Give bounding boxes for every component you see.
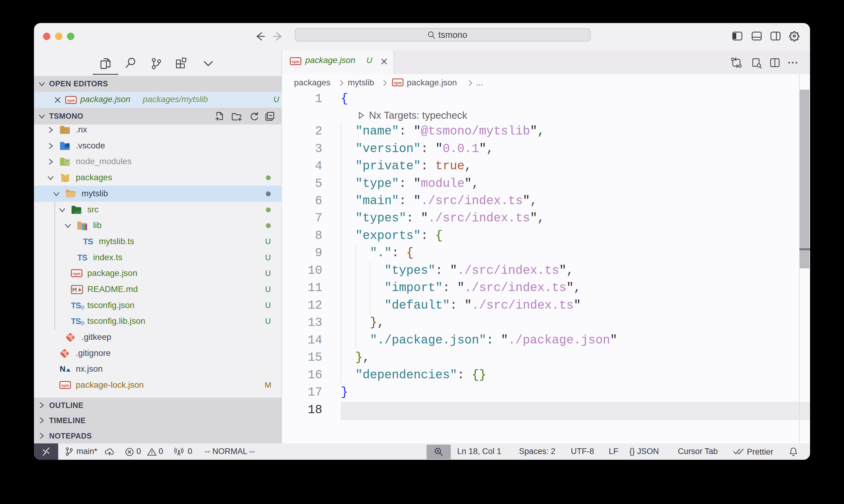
svg-text:npm: npm xyxy=(394,81,402,85)
svg-text:TS: TS xyxy=(83,237,93,246)
svg-text:npm: npm xyxy=(67,98,75,103)
svg-text:JS: JS xyxy=(66,161,69,164)
svg-text:npm: npm xyxy=(61,383,69,388)
svg-text:npm: npm xyxy=(292,60,299,64)
svg-text:TS: TS xyxy=(71,301,81,310)
svg-text:</>: </> xyxy=(75,210,82,215)
svg-text:npm: npm xyxy=(73,272,81,276)
svg-text:N: N xyxy=(60,364,66,374)
svg-text:TS: TS xyxy=(71,317,81,326)
svg-text:TS: TS xyxy=(77,253,87,262)
